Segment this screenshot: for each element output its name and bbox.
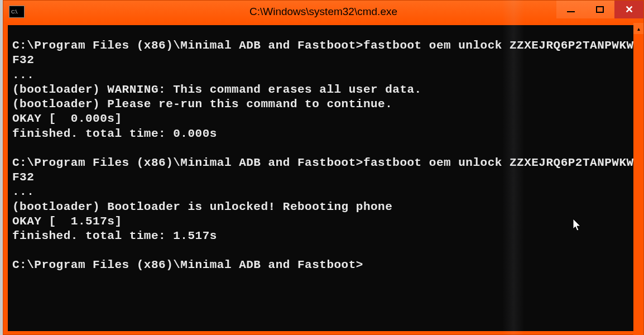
terminal-line: OKAY [ 1.517s]: [12, 214, 635, 229]
terminal-line: (bootloader) WARNING: This command erase…: [12, 83, 635, 97]
terminal-prompt: C:\Program Files (x86)\Minimal ADB and F…: [12, 258, 635, 272]
terminal-line: C:\Program Files (x86)\Minimal ADB and F…: [12, 156, 635, 185]
terminal-line: OKAY [ 0.000s]: [12, 112, 635, 126]
close-button[interactable]: ✕: [614, 1, 643, 18]
maximize-button[interactable]: [585, 1, 614, 18]
cmd-window: C:\. C:\Windows\system32\cmd.exe ✕ C:\Pr…: [3, 0, 644, 335]
close-icon: ✕: [625, 3, 633, 16]
window-controls: ✕: [556, 1, 643, 18]
terminal-line: (bootloader) Please re-run this command …: [12, 97, 635, 112]
terminal-output[interactable]: C:\Program Files (x86)\Minimal ADB and F…: [8, 25, 639, 331]
terminal-line: ...: [12, 185, 635, 199]
window-title: C:\Windows\system32\cmd.exe: [249, 6, 397, 18]
cmd-icon-text: C:\.: [11, 9, 18, 15]
terminal-line: finished. total time: 1.517s: [12, 229, 635, 243]
cmd-icon: C:\.: [9, 6, 25, 18]
minimize-button[interactable]: [556, 1, 585, 18]
terminal-line: ...: [12, 68, 635, 83]
minimize-icon: [567, 11, 575, 12]
mouse-cursor-icon: [572, 218, 583, 237]
titlebar[interactable]: C:\. C:\Windows\system32\cmd.exe ✕: [3, 1, 643, 23]
terminal-line: C:\Program Files (x86)\Minimal ADB and F…: [12, 39, 635, 68]
terminal-line: finished. total time: 0.000s: [12, 127, 635, 141]
empty-line: [12, 141, 635, 156]
terminal-line: (bootloader) Bootloader is unlocked! Reb…: [12, 200, 635, 214]
scroll-up-icon[interactable]: ▴: [633, 23, 643, 34]
scrollbar[interactable]: ▴: [633, 23, 643, 335]
empty-line: [12, 243, 635, 258]
maximize-icon: [596, 6, 604, 13]
